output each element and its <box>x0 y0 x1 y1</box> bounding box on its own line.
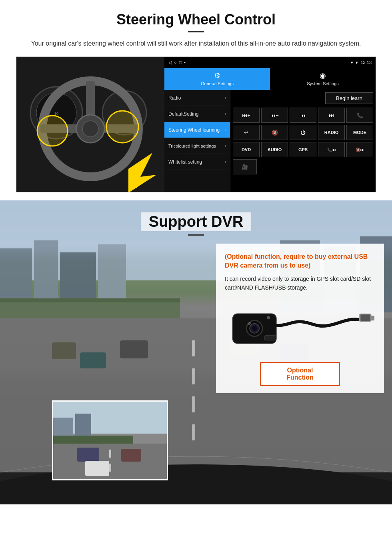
menu-area: Radio › DefaultSetting › Steering Wheel … <box>164 90 376 192</box>
phone-btn[interactable]: 📞 <box>346 108 373 123</box>
dvr-cam-btn[interactable]: 🎥 <box>233 159 257 174</box>
begin-learn-row: Begin learn <box>233 92 373 104</box>
dvr-thumbnail-svg <box>53 402 168 480</box>
prev-btn[interactable]: ⏮ <box>290 108 316 123</box>
page-title: Steering Wheel Control <box>16 11 376 28</box>
steering-composite: 80 ➜ <box>16 56 376 192</box>
control-grid-row2: ↩ 🔇 ⏻ RADIO MODE <box>233 125 373 140</box>
menu-icon: ▪ <box>184 60 186 65</box>
gps-btn[interactable]: GPS <box>290 142 316 157</box>
power-btn[interactable]: ⏻ <box>290 125 316 140</box>
title-divider <box>188 31 204 32</box>
mute-next-btn[interactable]: 🔇⏭ <box>346 142 373 157</box>
menu-item-radio-label: Radio <box>168 95 181 101</box>
return-btn[interactable]: ↩ <box>233 125 260 140</box>
home-icon: ○ <box>174 60 177 65</box>
wifi-icon: ▾ <box>356 60 358 65</box>
tab-general-label: General Settings <box>201 81 234 86</box>
audio-btn[interactable]: AUDIO <box>261 142 288 157</box>
dvr-thumbnail-preview <box>52 400 168 480</box>
steering-wheel-content: Begin learn ⏮+ ⏮− ⏮ ⏭ 📞 ↩ 🔇 ⏻ <box>230 90 376 192</box>
dvr-title-area: Support DVR <box>0 200 392 236</box>
next-btn[interactable]: ⏭ <box>318 108 345 123</box>
vol-up-btn[interactable]: ⏮+ <box>233 108 260 123</box>
mute-btn[interactable]: 🔇 <box>261 125 288 140</box>
dvr-row: 🎥 <box>233 159 373 174</box>
dvd-btn[interactable]: DVD <box>233 142 260 157</box>
dvr-section: Support DVR (Optional function, require … <box>0 200 392 504</box>
phone-prev-btn[interactable]: 📞⏮ <box>318 142 345 157</box>
svg-rect-55 <box>121 449 141 462</box>
menu-item-steering-wheel[interactable]: Steering Wheel learning › <box>164 122 230 138</box>
dvr-description: It can record video only to storage in G… <box>225 274 375 292</box>
chevron-icon: › <box>225 112 226 116</box>
status-right-icons: ▾ ▾ 13:13 <box>351 60 372 65</box>
subtitle-text: Your original car's steering wheel contr… <box>16 39 376 48</box>
svg-text:80: 80 <box>54 112 58 116</box>
chevron-icon: › <box>225 144 226 148</box>
svg-rect-28 <box>192 396 195 412</box>
menu-item-defaultsetting-label: DefaultSetting <box>168 111 198 117</box>
android-tabs: ⚙ General Settings ◉ System Settings <box>164 68 376 90</box>
svg-rect-45 <box>371 316 374 320</box>
steering-wheel-section: Steering Wheel Control Your original car… <box>0 0 392 192</box>
menu-item-whitelist[interactable]: Whitelist setting › <box>164 154 230 170</box>
nav-icons: ◁ ○ □ ▪ <box>168 60 186 65</box>
steering-wheel-svg: 80 ➜ <box>16 57 164 192</box>
menu-item-whitelist-label: Whitelist setting <box>168 159 202 165</box>
settings-menu: Radio › DefaultSetting › Steering Wheel … <box>164 90 230 192</box>
svg-rect-53 <box>109 464 111 472</box>
svg-point-40 <box>252 326 257 331</box>
svg-rect-54 <box>77 448 99 462</box>
svg-rect-42 <box>264 335 276 340</box>
steering-wheel-photo: 80 ➜ <box>16 57 164 192</box>
system-icon: ◉ <box>320 71 326 80</box>
dvr-content-row: (Optional function, require to buy exter… <box>8 244 384 393</box>
chevron-icon: › <box>225 160 226 164</box>
mode-btn[interactable]: MODE <box>346 125 373 140</box>
tab-system-label: System Settings <box>307 81 338 86</box>
menu-item-tricoloured-label: Tricoloured light settings <box>168 144 216 148</box>
svg-rect-52 <box>109 450 111 458</box>
tab-system-settings[interactable]: ◉ System Settings <box>270 68 376 90</box>
chevron-icon: › <box>225 128 226 132</box>
back-icon: ◁ <box>168 60 172 65</box>
svg-point-12 <box>106 111 138 143</box>
android-ui-panel: ◁ ○ □ ▪ ▾ ▾ 13:13 ⚙ General Settings <box>164 57 376 192</box>
control-grid-row3: DVD AUDIO GPS 📞⏮ 🔇⏭ <box>233 142 373 157</box>
svg-rect-44 <box>360 314 370 321</box>
dvr-section-title: Support DVR <box>141 212 251 231</box>
chevron-icon: › <box>225 96 226 100</box>
menu-item-tricoloured[interactable]: Tricoloured light settings › <box>164 138 230 154</box>
recents-icon: □ <box>179 60 182 65</box>
android-status-bar: ◁ ○ □ ▪ ▾ ▾ 13:13 <box>164 57 376 68</box>
dvr-camera-illustration <box>225 300 375 356</box>
vol-down-btn[interactable]: ⏮− <box>261 108 288 123</box>
dvr-title-divider <box>188 234 204 236</box>
menu-item-steering-label: Steering Wheel learning <box>168 127 220 133</box>
control-grid-row1: ⏮+ ⏮− ⏮ ⏭ 📞 <box>233 108 373 123</box>
radio-btn[interactable]: RADIO <box>318 125 345 140</box>
svg-point-11 <box>37 116 68 146</box>
svg-point-41 <box>267 316 270 319</box>
svg-text:➜: ➜ <box>130 179 140 191</box>
svg-point-10 <box>82 121 98 137</box>
menu-item-defaultsetting[interactable]: DefaultSetting › <box>164 106 230 122</box>
dvr-camera-svg <box>225 300 375 356</box>
optional-function-button[interactable]: Optional Function <box>260 362 340 386</box>
svg-rect-56 <box>85 461 109 476</box>
menu-item-radio[interactable]: Radio › <box>164 90 230 106</box>
svg-rect-51 <box>53 444 168 480</box>
dvr-optional-text: (Optional function, require to buy exter… <box>225 252 375 270</box>
begin-learn-button[interactable]: Begin learn <box>325 92 373 104</box>
tab-general-settings[interactable]: ⚙ General Settings <box>164 68 270 90</box>
gear-icon: ⚙ <box>214 71 220 80</box>
svg-rect-29 <box>192 424 195 440</box>
dvr-info-card: (Optional function, require to buy exter… <box>216 244 384 393</box>
clock: 13:13 <box>360 60 372 65</box>
signal-icon: ▾ <box>351 60 353 65</box>
